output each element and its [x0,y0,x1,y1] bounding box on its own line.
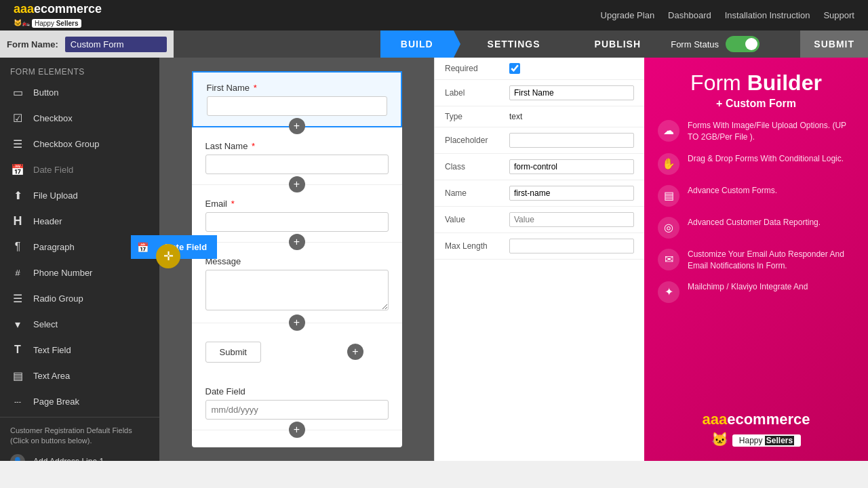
add-field-btn-4[interactable]: + [289,314,305,331]
add-field-btn-5[interactable]: + [347,344,363,360]
sidebar-item-checkbox-group[interactable]: ☰ Checkbox Group [0,131,159,157]
sidebar-item-add-address-1[interactable]: 👤 Add Address Line 1 [0,449,159,461]
add-address-1-icon: 👤 [10,454,25,461]
first-name-input[interactable] [207,96,387,116]
required-star: * [254,83,257,93]
customer-reg-section: Customer Registration Default Fields (Cl… [0,420,159,449]
form-status-label: Form Status [671,39,719,49]
upload-icon: ☁ [658,120,679,142]
props-row-max-length: Max Length [435,233,644,260]
required-star-3: * [231,199,235,209]
props-required-label: Required [445,64,502,73]
file-upload-icon: ⬆ [10,188,25,203]
props-type-label: Type [445,112,502,121]
field-last-name[interactable]: Last Name * + [192,127,402,185]
sidebar-label-paragraph: Paragraph [33,242,75,252]
paragraph-icon: ¶ [10,239,25,254]
feature-email: ✉ Customize Your Email Auto Responder An… [658,249,854,272]
sidebar-label-checkbox-group: Checkbox Group [33,139,100,149]
button-icon: ▭ [10,85,25,100]
props-class-label: Class [445,162,502,171]
props-label-label: Label [445,88,502,98]
brand-name: aaaecommerce [14,3,102,16]
props-max-length-label: Max Length [445,241,502,251]
props-placeholder-input[interactable] [509,133,634,148]
props-type-value: text [509,112,634,121]
page-break-icon: --- [10,394,25,409]
form-status-toggle[interactable] [726,36,760,52]
field-message[interactable]: Message + [192,243,402,323]
props-max-length-input[interactable] [509,239,634,253]
reporting-text: Advanced Customer Data Reporting. [688,217,821,228]
sidebar-item-radio-group[interactable]: ☰ Radio Group [0,285,159,311]
sidebar-title: Form Elements [0,63,159,79]
sidebar-label-page-break: Page Break [33,396,79,407]
tab-build[interactable]: BUILD [380,30,454,58]
tab-publish[interactable]: PUBLISH [574,30,661,58]
message-textarea[interactable] [205,270,389,310]
field-first-name[interactable]: First Name * + [192,71,402,127]
nav-dashboard[interactable]: Dashboard [668,10,711,20]
sidebar-item-select[interactable]: ▾ Select [0,311,159,337]
nav-support[interactable]: Support [823,10,854,20]
sidebar-item-date-field[interactable]: 📅 Date Field [0,157,159,182]
props-label-input[interactable] [509,85,634,100]
field-label-date: Date Field [205,386,389,396]
sidebar-label-button: Button [33,87,59,98]
sidebar: Form Elements ▭ Button ☑ Checkbox ☰ Chec… [0,58,159,461]
header-icon: H [10,214,25,228]
sidebar-item-checkbox[interactable]: ☑ Checkbox [0,105,159,131]
text-area-icon: ▤ [10,368,25,383]
right-panel-title: Form Builder + Custom Form [658,71,854,110]
field-email[interactable]: Email * + [192,185,402,243]
props-row-value: Value [435,207,644,233]
props-row-required: Required [435,58,644,80]
sidebar-item-header[interactable]: H Header [0,208,159,234]
tab-settings[interactable]: SETTINGS [467,30,561,58]
field-label-email: Email * [205,199,389,209]
upload-text: Forms With Image/File Upload Options. (U… [688,120,854,143]
add-field-btn-3[interactable]: + [289,234,305,250]
brand-bottom: aaaecommerce 🐱 Happy Sellers [658,404,854,447]
sidebar-item-phone-number[interactable]: # Phone Number [0,260,159,285]
props-value-input[interactable] [509,212,634,227]
email-input[interactable] [205,212,389,232]
add-field-btn-2[interactable]: + [289,176,305,192]
sidebar-item-button[interactable]: ▭ Button [0,79,159,105]
last-name-input[interactable] [205,155,389,174]
props-required-checkbox[interactable] [509,63,520,74]
form-name-input[interactable] [65,37,167,52]
props-class-input[interactable] [509,159,634,174]
sidebar-item-text-area[interactable]: ▤ Text Area [0,363,159,388]
happy-sellers-badge: Happy Sellers [732,434,801,447]
nav-installation[interactable]: Installation Instruction [725,10,810,20]
props-value-label: Value [445,215,502,224]
submit-button[interactable]: SUBMIT [800,30,868,58]
brand-bottom-name: aaaecommerce [658,411,854,428]
add-field-btn-6[interactable]: + [289,422,305,438]
brand-bottom-amazon: 🐱 Happy Sellers [658,431,854,447]
feature-advance: ▤ Advance Custom Forms. [658,185,854,207]
props-name-input[interactable] [509,186,634,201]
sidebar-item-text-field[interactable]: T Text Field [0,337,159,363]
form-name-bar: Form Name: [0,30,174,58]
top-navigation: aaaecommerce 🐱‍🏍 Happy Sellers Upgrade P… [0,0,868,30]
sidebar-label-text-area: Text Area [33,371,70,381]
add-field-btn-1[interactable]: + [289,118,305,134]
mailchimp-icon: ✦ [658,281,679,303]
form-submit-button[interactable]: Submit [205,342,261,363]
drag-drop-icon: ✋ [658,153,679,175]
sidebar-item-file-upload[interactable]: ⬆ File Upload [0,182,159,208]
sidebar-label-checkbox: Checkbox [33,113,73,123]
props-row-type: Type text [435,106,644,127]
date-input[interactable] [205,400,389,420]
sidebar-label-file-upload: File Upload [33,190,78,201]
field-date[interactable]: Date Field + [192,373,402,430]
nav-upgrade[interactable]: Upgrade Plan [601,10,655,20]
feature-mailchimp: ✦ Mailchimp / Klaviyo Integrate And [658,281,854,303]
props-row-class: Class [435,154,644,180]
main-layout: Form Elements ▭ Button ☑ Checkbox ☰ Chec… [0,58,868,461]
props-row-placeholder: Placeholder [435,127,644,154]
sidebar-divider [0,417,159,418]
sidebar-item-page-break[interactable]: --- Page Break [0,388,159,414]
